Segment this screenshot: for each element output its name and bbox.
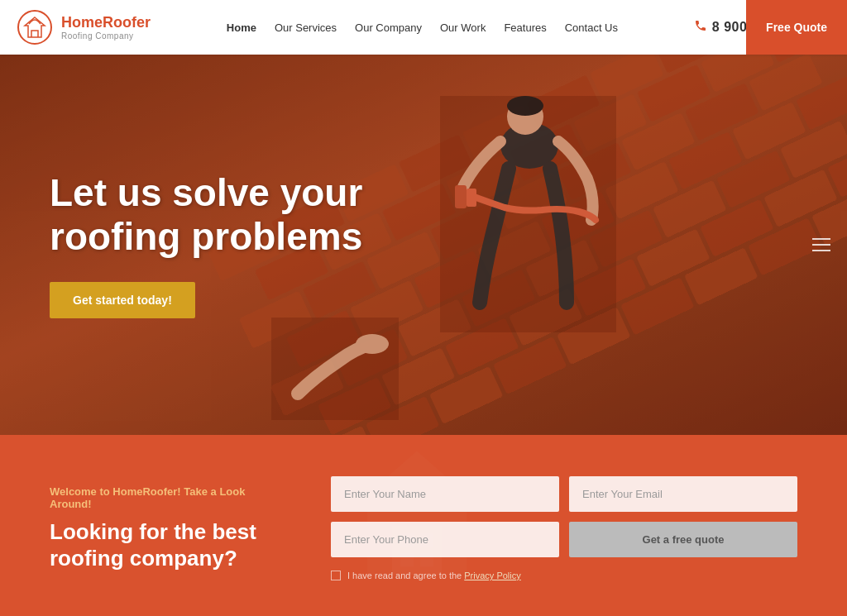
phone-icon (694, 19, 707, 36)
brand-subtitle: Roofing Company (61, 31, 151, 41)
nav-link-services[interactable]: Our Services (275, 21, 337, 34)
nav-item-work[interactable]: Our Work (440, 20, 486, 35)
nav-link-home[interactable]: Home (227, 21, 256, 34)
svg-point-0 (18, 11, 51, 44)
svg-rect-70 (467, 189, 476, 207)
nav-link-work[interactable]: Our Work (440, 21, 486, 34)
svg-point-71 (356, 334, 389, 354)
privacy-policy-link[interactable]: Privacy Policy (464, 571, 520, 580)
hero-content: Let us solve your roofing problems Get s… (50, 171, 463, 318)
privacy-text: I have read and agree to the Privacy Pol… (347, 571, 521, 580)
nav-item-features[interactable]: Features (504, 20, 546, 35)
ham-line-2 (812, 244, 830, 246)
hero-section: Let us solve your roofing problems Get s… (0, 55, 847, 435)
hero-cta-button[interactable]: Get started today! (50, 282, 195, 318)
svg-point-68 (507, 96, 543, 116)
free-quote-button[interactable]: Free Quote (746, 0, 847, 55)
brand-name: HomeRoofer (61, 14, 151, 32)
email-input[interactable] (569, 476, 797, 512)
nav-item-contact[interactable]: Contact Us (565, 20, 618, 35)
logo-area: HomeRoofer Roofing Company (17, 9, 151, 45)
navbar: HomeRoofer Roofing Company Home Our Serv… (0, 0, 847, 55)
form-row-top (331, 476, 797, 512)
contact-section: Welcome to HomeRoofer! Take a Look Aroun… (0, 435, 847, 616)
hero-title: Let us solve your roofing problems (50, 171, 463, 259)
privacy-row: I have read and agree to the Privacy Pol… (331, 571, 797, 580)
form-row-bottom: Get a free quote (331, 522, 797, 557)
hamburger-menu[interactable] (812, 238, 830, 251)
ham-line-1 (812, 238, 830, 240)
contact-form: Get a free quote I have read and agree t… (331, 476, 797, 580)
contact-text: Welcome to HomeRoofer! Take a Look Aroun… (50, 485, 281, 572)
nav-item-home[interactable]: Home (227, 20, 256, 35)
nav-link-features[interactable]: Features (504, 21, 546, 34)
ham-line-3 (812, 250, 830, 251)
logo-icon (17, 9, 53, 45)
nav-item-services[interactable]: Our Services (275, 20, 337, 35)
nav-item-company[interactable]: Our Company (355, 20, 422, 35)
nav-link-contact[interactable]: Contact Us (565, 21, 618, 34)
contact-heading: Looking for the best roofing company? (50, 518, 281, 572)
logo-text-block: HomeRoofer Roofing Company (61, 14, 151, 41)
nav-link-company[interactable]: Our Company (355, 21, 422, 34)
phone-input[interactable] (331, 522, 559, 557)
contact-tagline: Welcome to HomeRoofer! Take a Look Aroun… (50, 485, 281, 510)
nav-links: Home Our Services Our Company Our Work F… (151, 20, 694, 35)
get-quote-button[interactable]: Get a free quote (569, 522, 797, 557)
privacy-checkbox[interactable] (331, 571, 341, 580)
name-input[interactable] (331, 476, 559, 512)
